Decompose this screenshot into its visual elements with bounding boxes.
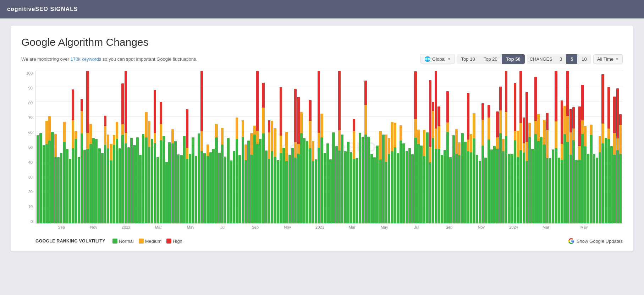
top-50-button[interactable]: Top 50 [502,54,525,64]
bar-column [555,71,557,223]
bar-normal [461,133,463,223]
top-20-button[interactable]: Top 20 [479,54,502,64]
bar-column [411,71,414,223]
bar-column [581,71,584,223]
bar-medium [72,120,74,148]
bar-high [581,85,584,120]
bar-normal [479,161,481,223]
bar-column [359,71,361,223]
top-10-button[interactable]: Top 10 [457,54,479,64]
bar-normal [174,141,177,223]
keywords-link[interactable]: 170k keywords [71,56,101,62]
bar-normal [546,158,549,223]
bar-column [156,71,159,223]
bar-normal [458,155,461,223]
bar-column [397,71,399,223]
bar-normal [406,151,408,223]
bar-normal [121,135,124,223]
changes-5-button[interactable]: 5 [566,54,577,64]
bar-normal [86,149,89,223]
bar-normal [280,153,282,223]
bar-medium [171,129,174,144]
bar-normal [356,158,358,223]
bar-column [212,71,215,223]
bar-normal [599,152,601,223]
bar-column [274,71,276,223]
bar-normal [192,137,194,223]
bar-high [446,91,449,122]
bar-normal [540,137,543,223]
bar-normal [324,153,326,223]
legend-title: GOOGLE RANKING VOLATILITY [35,239,105,244]
bar-normal [315,159,317,223]
bar-medium [253,126,256,135]
bar-high [414,71,417,119]
show-google-updates-button[interactable]: Show Google Updates [568,238,623,244]
bar-column [444,71,446,223]
time-selector[interactable]: All Time ▼ [593,54,623,64]
bar-high [429,80,431,146]
bar-normal [312,161,314,223]
bar-medium [546,130,549,158]
bar-column [171,71,174,223]
bar-column [335,71,338,223]
bar-high [613,97,616,133]
x-label-jul-23: Jul [414,225,419,229]
bar-column [95,71,98,223]
bar-column [385,71,387,223]
bar-column [101,71,104,223]
bar-column [446,71,449,223]
bar-high [435,71,437,129]
bar-column [116,71,118,223]
normal-label: Normal [119,239,134,244]
changes-10-button[interactable]: 10 [577,54,591,64]
bar-high [297,97,299,144]
y-label-70: 70 [21,115,33,120]
bar-medium [274,128,276,157]
bar-column [429,71,431,223]
bar-normal [364,135,367,224]
bar-column [282,71,285,223]
bar-medium [473,113,475,139]
region-selector[interactable]: 🌐 Global ▼ [420,54,455,64]
y-label-10: 10 [21,204,33,209]
bar-normal [95,139,98,223]
bar-normal [160,140,162,223]
bar-normal [265,151,268,223]
bar-normal [493,146,496,223]
bar-medium [391,122,393,152]
bar-normal [227,138,229,223]
bar-medium [505,112,507,136]
bar-normal [242,137,244,223]
bar-medium [364,105,367,134]
chevron-down-icon: ▼ [615,57,619,61]
bar-normal [575,160,578,223]
bar-medium [353,131,355,159]
bar-column [250,71,253,223]
bar-medium [294,142,297,158]
bar-high [294,89,297,142]
bar-column [370,71,373,223]
legend-normal: Normal [112,239,134,244]
bar-medium [446,122,449,132]
bar-column [86,71,89,223]
bar-medium [569,132,572,155]
bar-high [437,106,440,126]
bar-column [37,71,39,223]
bar-column [347,71,349,223]
bar-column [318,71,320,223]
bar-column [45,71,48,223]
bar-medium [388,138,390,154]
bar-medium [432,111,434,138]
bar-medium [566,116,569,142]
bar-normal [572,140,575,223]
bar-normal [107,148,109,223]
legend-row: GOOGLE RANKING VOLATILITY Normal Medium … [35,238,623,244]
bar-medium [280,136,282,153]
bar-column [490,71,493,223]
bar-normal [154,143,156,223]
changes-3-button[interactable]: 3 [555,54,566,64]
bar-normal [587,154,589,223]
bar-column [572,71,575,223]
bar-medium [555,121,557,148]
